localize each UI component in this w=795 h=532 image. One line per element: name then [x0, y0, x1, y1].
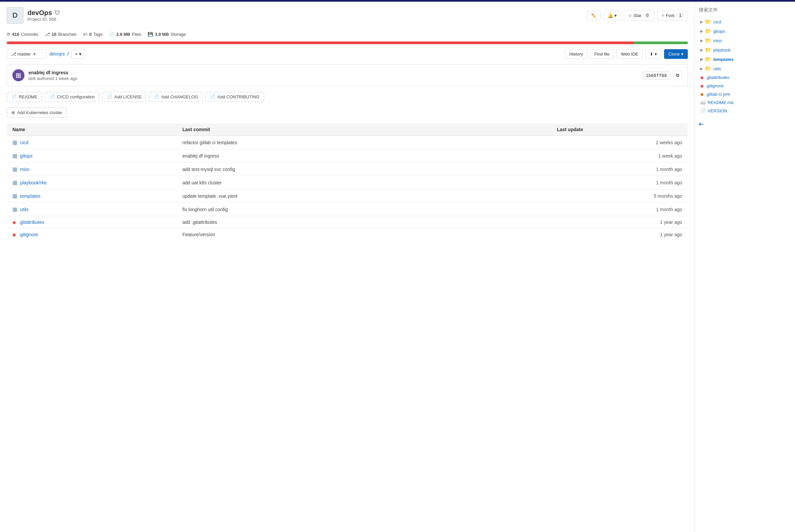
tree-item-label: .gitattributes	[706, 75, 729, 80]
tree-item-label: templates	[713, 57, 734, 62]
history-button[interactable]: History	[565, 49, 587, 59]
add-license-button[interactable]: 📄 Add LICENSE	[102, 92, 146, 102]
add-file-button[interactable]: + ▾	[71, 49, 85, 59]
download-button[interactable]: ⬇ ▾	[645, 49, 662, 59]
commit-hash[interactable]: 1b60ff88	[642, 71, 670, 80]
branches-stat[interactable]: ⎇ 10 Branches	[45, 32, 76, 37]
file-icon-red: ◆	[12, 232, 16, 237]
sidebar: 搜索文件 ▶ 📁 cicd ▶ 📁 gitops ▶ 📁 misc ▶	[694, 2, 795, 532]
repo-name-area: devOps 🛡 Project ID: 566	[28, 9, 60, 22]
tree-item-label: .gitlab-ci.yml	[706, 92, 730, 97]
svg-rect-8	[18, 77, 19, 78]
sidebar-tree-item[interactable]: ◆ .gitattributes	[699, 74, 791, 81]
changelog-icon: 📄	[154, 94, 159, 99]
sidebar-tree-item[interactable]: 📖 README.md	[699, 99, 791, 106]
add-kubernetes-button[interactable]: ⊕ Add Kubernetes cluster	[7, 108, 67, 118]
commits-stat[interactable]: ⟳ 416 Commits	[7, 32, 38, 37]
file-name-link[interactable]: ▦ playbook/rke	[12, 179, 172, 186]
tree-item-label: VERSION	[708, 109, 727, 113]
sidebar-tree-item[interactable]: ▶ 📁 cicd	[699, 18, 791, 25]
file-commit-cell: fix longhorn util config	[177, 203, 552, 216]
breadcrumb-root[interactable]: devops	[50, 51, 65, 57]
storage-stat: 💾 3.9 MB Storage	[148, 32, 185, 37]
table-row: ▦ gitops enablej df ingress 1 week ago	[7, 149, 688, 163]
tree-chevron-icon: ▶	[700, 38, 703, 43]
sidebar-collapse-button[interactable]: ⇤	[699, 120, 791, 128]
commit-avatar	[12, 69, 24, 81]
commits-icon: ⟳	[7, 32, 11, 37]
file-name-link[interactable]: ▦ cicd	[12, 139, 172, 146]
sidebar-tree-item[interactable]: ▶ 📁 gitops	[699, 27, 791, 35]
sidebar-tree-item[interactable]: 📄 VERSION	[699, 108, 791, 114]
branch-selector[interactable]: ⎇ master ▾	[7, 49, 47, 59]
bell-dropdown-icon: ▾	[614, 13, 617, 18]
file-name-link[interactable]: ▦ templates	[12, 193, 172, 199]
file-update-cell: 1 month ago	[552, 163, 688, 176]
fork-button[interactable]: ⑂ Fork 1	[657, 10, 688, 21]
star-button[interactable]: ☆ Star 0	[624, 10, 655, 21]
tree-chevron-icon: ▶	[700, 48, 703, 52]
commit-message[interactable]: enablej df ingress	[29, 70, 77, 75]
copy-hash-button[interactable]: ⧉	[673, 71, 682, 80]
license-icon: 📄	[107, 94, 112, 99]
branch-chevron-icon: ▾	[34, 52, 36, 57]
list-item: 📄 VERSION	[699, 107, 791, 115]
table-row: ▦ playbook/rke add uat k8s cluster 1 mon…	[7, 176, 688, 189]
file-name-link[interactable]: ▦ gitops	[12, 153, 172, 159]
table-row: ◆ .gitattributes add .gitattributes 1 ye…	[7, 216, 688, 229]
main-layout: D devOps 🛡 Project ID: 566 ✏️ 🔔 ▾	[0, 2, 795, 532]
file-name-cell: ◆ .gitignore	[7, 229, 177, 241]
find-file-button[interactable]: Find file	[590, 49, 614, 59]
svg-rect-7	[16, 77, 17, 78]
sidebar-tree-item[interactable]: ▶ 📁 misc	[699, 37, 791, 44]
readme-button[interactable]: 📄 README	[7, 92, 42, 102]
file-update-cell: 2 weeks ago	[552, 136, 688, 149]
clone-button[interactable]: Clone ▾	[664, 49, 688, 59]
tags-stat[interactable]: 🏷 0 Tags	[83, 32, 103, 37]
shield-icon: 🛡	[55, 10, 60, 16]
list-item: ◆ .gitignore	[699, 82, 791, 90]
table-row: ◆ .gitignore Feature/version 1 year ago	[7, 229, 688, 241]
tree-folder-icon: 📁	[705, 37, 711, 43]
file-name-link[interactable]: ▦ misc	[12, 166, 172, 172]
add-changelog-button[interactable]: 📄 Add CHANGELOG	[149, 92, 203, 102]
file-update-cell: 1 year ago	[552, 229, 688, 241]
tag-icon: 🏷	[83, 32, 87, 37]
edit-button[interactable]: ✏️	[587, 11, 601, 20]
readme-icon: 📄	[12, 94, 17, 99]
tree-item-label: playbook	[713, 48, 731, 53]
tree-folder-icon: 📁	[705, 56, 711, 62]
list-item: ◆ .gitattributes	[699, 73, 791, 82]
tree-folder-icon: 📁	[705, 19, 711, 25]
project-id: Project ID: 566	[28, 17, 60, 22]
sidebar-tree-item[interactable]: ▶ 📁 playbook	[699, 46, 791, 54]
cicd-config-button[interactable]: 📄 CI/CD configuration	[45, 92, 100, 102]
tree-item-label: .gitignore	[706, 83, 723, 88]
notifications-button[interactable]: 🔔 ▾	[603, 11, 621, 20]
svg-rect-3	[19, 73, 21, 75]
sidebar-tree-item[interactable]: ▶ 📁 templates	[699, 56, 791, 63]
kubernetes-action-row: ⊕ Add Kubernetes cluster	[7, 108, 688, 118]
file-name-cell: ▦ utils	[7, 203, 177, 216]
tree-item-label: cicd	[713, 19, 721, 24]
fork-count: 1	[677, 12, 684, 18]
file-name-cell: ▦ playbook/rke	[7, 176, 177, 189]
tree-chevron-icon: ▶	[700, 20, 703, 24]
file-name-cell: ▦ templates	[7, 189, 177, 203]
toolbar-left: ⎇ master ▾ devops / + ▾	[7, 49, 85, 59]
repo-title-area: D devOps 🛡 Project ID: 566	[7, 7, 60, 24]
repo-name: devOps 🛡	[28, 9, 60, 17]
breadcrumb-separator: /	[67, 51, 69, 57]
file-name-link[interactable]: ▦ utils	[12, 206, 172, 212]
file-name-cell: ▦ misc	[7, 163, 177, 176]
sidebar-tree-item[interactable]: ▶ 📁 utils	[699, 65, 791, 72]
sidebar-tree-item[interactable]: ◆ .gitignore	[699, 83, 791, 89]
tree-file-icon-red: ◆	[700, 75, 704, 80]
list-item: 📖 README.md	[699, 98, 791, 107]
folder-icon: ▦	[12, 179, 17, 186]
sidebar-tree-item[interactable]: ◆ .gitlab-ci.yml	[699, 91, 791, 97]
add-contributing-button[interactable]: 📄 Add CONTRIBUTING	[205, 92, 264, 102]
web-ide-button[interactable]: Web IDE	[616, 49, 643, 59]
file-name-link[interactable]: ◆ .gitattributes	[12, 220, 172, 225]
file-name-link[interactable]: ◆ .gitignore	[12, 232, 172, 237]
